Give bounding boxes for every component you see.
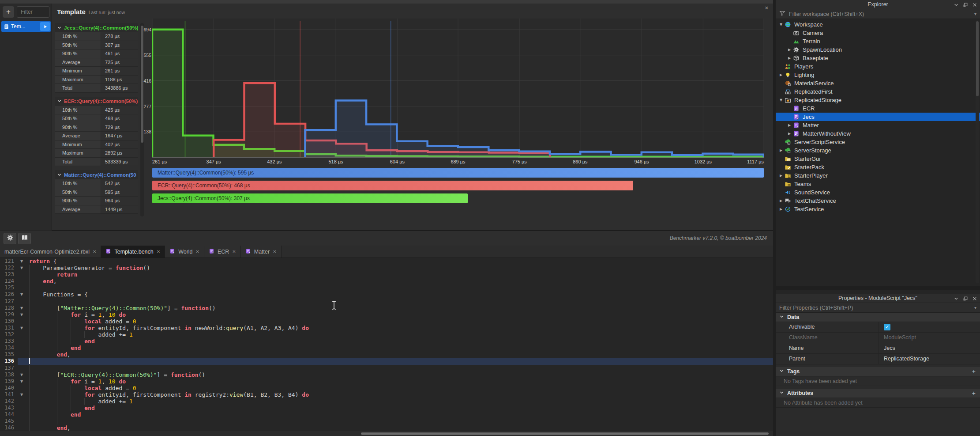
tree-item-workspace[interactable]: ▼Workspace (776, 20, 980, 29)
explorer-filter-input[interactable]: Filter workspace (Ctrl+Shift+X) ▾ (776, 9, 980, 19)
code-line[interactable]: 140 local added = 0 (0, 385, 773, 391)
code-editor[interactable]: 121▼return {122▼ ParameterGenerator = fu… (0, 258, 773, 431)
tree-item-materialservice[interactable]: MaterialService (776, 79, 980, 87)
code-line[interactable]: 122▼ ParameterGenerator = function() (0, 265, 773, 271)
editor-tab[interactable]: matterEcr-Common-Optimize2.rbxl✕ (0, 246, 101, 258)
arrow-expanded-icon[interactable]: ▼ (778, 23, 784, 27)
arrow-collapsed-icon[interactable]: ▶ (778, 174, 784, 178)
tree-item-ecr[interactable]: ECR (776, 104, 980, 113)
fold-arrow-icon[interactable]: ▼ (18, 311, 26, 318)
tree-item-spawnlocation[interactable]: ▶SpawnLocation (776, 45, 980, 54)
arrow-collapsed-icon[interactable]: ▶ (778, 148, 784, 152)
code-line[interactable]: 132 added += 1 (0, 331, 773, 338)
code-line[interactable]: 144 end (0, 411, 773, 418)
fold-arrow-icon[interactable]: ▼ (18, 372, 26, 378)
arrow-collapsed-icon[interactable]: ▶ (786, 123, 792, 127)
editor-tab[interactable]: World✕ (165, 246, 204, 258)
tree-item-terrain[interactable]: Terrain (776, 37, 980, 45)
section-header-tags[interactable]: Tags+ (776, 367, 980, 376)
fold-arrow-icon[interactable]: ▼ (18, 291, 26, 298)
docs-button[interactable] (18, 233, 31, 244)
tree-item-serverscriptservice[interactable]: ServerScriptService (776, 138, 980, 146)
fold-arrow-icon[interactable]: ▼ (18, 305, 26, 311)
explorer-scrollbar[interactable] (976, 20, 979, 283)
settings-button[interactable] (4, 233, 16, 244)
code-line[interactable]: 135 end, (0, 351, 773, 358)
tree-item-players[interactable]: Players (776, 62, 980, 71)
run-benchmark-button[interactable] (40, 22, 50, 31)
tree-item-baseplate[interactable]: ▶Baseplate (776, 54, 980, 62)
arrow-collapsed-icon[interactable]: ▶ (778, 73, 784, 77)
tree-item-teams[interactable]: Teams (776, 180, 980, 188)
tree-item-starterpack[interactable]: StarterPack (776, 163, 980, 171)
code-line[interactable]: 126▼ Functions = { (0, 291, 773, 298)
code-line[interactable]: 137 (0, 365, 773, 372)
hscrollbar-thumb[interactable] (361, 432, 769, 435)
stats-group-header[interactable]: Matter::Query(4)::Common(50 (55, 170, 138, 179)
editor-tab[interactable]: Template.bench✕ (101, 246, 165, 258)
code-line[interactable]: 136 (0, 358, 773, 364)
caret-down-icon[interactable]: ▾ (974, 305, 976, 310)
tree-item-replicatedfirst[interactable]: ReplicatedFirst (776, 87, 980, 96)
tree-item-serverstorage[interactable]: ▶ServerStorage (776, 146, 980, 155)
arrow-collapsed-icon[interactable]: ▶ (786, 56, 792, 60)
code-line[interactable]: 141▼ for entityId, firstComponent in reg… (0, 391, 773, 398)
code-line[interactable]: 142 added += 1 (0, 398, 773, 405)
code-line[interactable]: 130 local added = 0 (0, 318, 773, 325)
code-line[interactable]: 133 end (0, 338, 773, 345)
fold-arrow-icon[interactable]: ▼ (18, 325, 26, 331)
fold-arrow-icon[interactable]: ▼ (18, 378, 26, 385)
code-line[interactable]: 124 end, (0, 278, 773, 284)
tree-item-replicatedstorage[interactable]: ▼ReplicatedStorage (776, 96, 980, 104)
tree-item-textchatservice[interactable]: ▶TextChatService (776, 197, 980, 205)
tab-close-icon[interactable]: ✕ (93, 249, 96, 254)
tab-close-icon[interactable]: ✕ (232, 249, 236, 254)
stats-group-header[interactable]: ECR::Query(4)::Common(50%) (55, 97, 138, 106)
arrow-expanded-icon[interactable]: ▼ (778, 98, 784, 102)
tab-close-icon[interactable]: ✕ (273, 249, 276, 254)
tab-close-icon[interactable]: ✕ (157, 249, 160, 254)
property-value[interactable]: ✓ (878, 322, 980, 332)
properties-filter-input[interactable]: Filter Properties (Ctrl+Shift+P) ▾ (776, 303, 980, 313)
add-tags-button[interactable]: + (972, 368, 976, 375)
close-icon[interactable] (972, 295, 977, 304)
code-line[interactable]: 138▼ ["ECR::Query(4)::Common(50%)"] = fu… (0, 372, 773, 378)
add-benchmark-button[interactable]: + (3, 6, 14, 18)
code-line[interactable]: 125 (0, 284, 773, 291)
tree-item-jecs[interactable]: Jecs (776, 113, 980, 121)
code-line[interactable]: 146 end, (0, 425, 773, 431)
section-header-attributes[interactable]: Attributes+ (776, 389, 980, 398)
editor-tab[interactable]: Matter✕ (241, 246, 282, 258)
code-line[interactable]: 145 (0, 418, 773, 425)
close-icon[interactable] (972, 1, 977, 10)
code-line[interactable]: 121▼return { (0, 258, 773, 265)
code-line[interactable]: 134 end (0, 345, 773, 351)
checkbox-checked[interactable]: ✓ (884, 324, 890, 330)
float-window-icon[interactable] (963, 295, 968, 304)
caret-down-icon[interactable]: ▾ (974, 11, 976, 16)
add-attributes-button[interactable]: + (972, 390, 976, 397)
code-line[interactable]: 131▼ for entityId, firstComponent in new… (0, 325, 773, 331)
arrow-collapsed-icon[interactable]: ▶ (786, 48, 792, 52)
tab-close-icon[interactable]: ✕ (196, 249, 199, 254)
tree-item-lighting[interactable]: ▶Lighting (776, 71, 980, 79)
code-line[interactable]: 129▼ for i = 1, 10 do (0, 311, 773, 318)
fold-arrow-icon[interactable]: ▼ (18, 391, 26, 398)
property-value[interactable]: Jecs (878, 343, 980, 353)
arrow-collapsed-icon[interactable]: ▶ (786, 132, 792, 136)
section-header-data[interactable]: Data (776, 313, 980, 322)
benchmark-filter-input[interactable]: Filter (17, 6, 49, 18)
tree-item-testservice[interactable]: ▶TestService (776, 205, 980, 213)
tree-item-soundservice[interactable]: SoundService (776, 188, 980, 197)
tree-item-matterwithoutview[interactable]: ▶MatterWithoutView (776, 129, 980, 138)
code-line[interactable]: 139▼ for i = 1, 10 do (0, 378, 773, 385)
tree-item-camera[interactable]: Camera (776, 29, 980, 37)
chevron-down-icon[interactable] (954, 295, 959, 304)
chevron-down-icon[interactable] (954, 1, 959, 10)
stats-group-header[interactable]: Jecs::Query(4)::Common(50%) (55, 23, 138, 32)
code-line[interactable]: 127 (0, 298, 773, 305)
fold-arrow-icon[interactable]: ▼ (18, 258, 26, 265)
code-line[interactable]: 128▼ ["Matter::Query(4)::Common(50%)"] =… (0, 305, 773, 311)
arrow-collapsed-icon[interactable]: ▶ (778, 199, 784, 203)
benchmark-list-item[interactable]: Tem... (1, 21, 51, 32)
